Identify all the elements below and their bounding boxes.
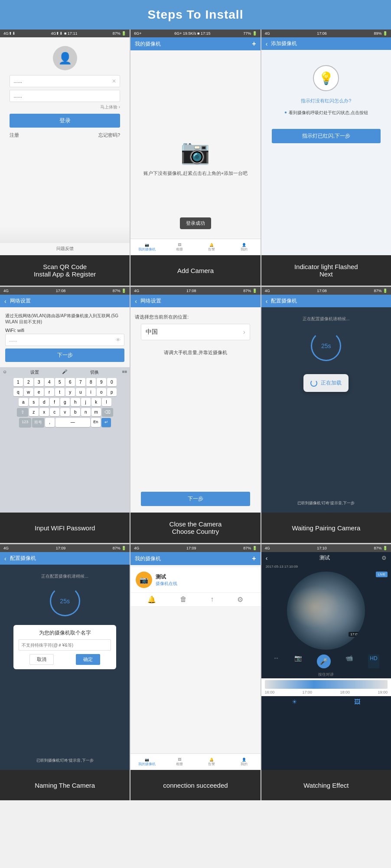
key-enter[interactable]: ↵ xyxy=(101,418,111,427)
key-y[interactable]: y xyxy=(65,388,75,396)
indicator-button[interactable]: 指示灯已红闪,下一步 xyxy=(272,129,381,143)
key-i[interactable]: i xyxy=(86,388,96,396)
nav-item-album-2[interactable]: 🖼 相册 xyxy=(163,754,196,770)
indicator-question[interactable]: 指示灯没有红闪怎么办? xyxy=(301,98,351,104)
back-icon-5[interactable]: ‹ xyxy=(4,555,7,562)
nav-item-album[interactable]: 🖼 相册 xyxy=(163,239,196,255)
key-8[interactable]: 8 xyxy=(86,378,96,386)
forgot-link[interactable]: 忘记密码? xyxy=(98,132,120,138)
settings-key[interactable]: 设置 xyxy=(30,369,39,375)
key-2[interactable]: 2 xyxy=(24,378,33,386)
key-6[interactable]: 6 xyxy=(65,378,75,386)
wifi-password-input[interactable]: ...... 👁 xyxy=(5,334,124,346)
cam-action-share[interactable]: ↑ xyxy=(210,595,214,604)
mic-button[interactable]: 🎤 xyxy=(317,654,331,668)
hd-icon[interactable]: HD xyxy=(368,654,379,668)
key-v[interactable]: v xyxy=(60,408,70,416)
key-o[interactable]: o xyxy=(97,388,106,396)
nav-item-alarm[interactable]: 🔔 告警 xyxy=(196,239,228,255)
bottom-status-2[interactable]: 已听到摄像机'叮咚'提示音,下一步 xyxy=(36,758,94,763)
key-symbol[interactable]: 符号 xyxy=(32,418,44,427)
try-link[interactable]: 马上体验 › xyxy=(10,104,120,110)
key-u[interactable]: u xyxy=(76,388,85,396)
key-1[interactable]: 1 xyxy=(13,378,23,386)
back-icon[interactable]: ‹ xyxy=(266,40,268,47)
register-link[interactable]: 注册 xyxy=(10,132,19,138)
back-icon-3[interactable]: ‹ xyxy=(135,298,137,305)
next-btn-2[interactable]: 下一步 xyxy=(141,492,250,506)
key-e[interactable]: e xyxy=(34,388,44,396)
more-key[interactable]: ≡≡ xyxy=(122,369,127,375)
key-d[interactable]: d xyxy=(39,398,49,406)
key-b[interactable]: b xyxy=(71,408,80,416)
back-icon-2[interactable]: ‹ xyxy=(4,298,7,305)
feedback-text[interactable]: 问题反馈 xyxy=(56,246,74,252)
picture-icon[interactable]: 🖼 xyxy=(354,698,360,705)
snapshot-icon[interactable]: 📷 xyxy=(294,654,302,668)
key-s[interactable]: s xyxy=(29,398,39,406)
gear-icon[interactable]: ⚙ xyxy=(381,555,387,561)
nav-item-camera-2[interactable]: 📷 我的摄像机 xyxy=(130,754,163,770)
key-j[interactable]: j xyxy=(81,398,91,406)
add-camera-button[interactable]: + xyxy=(252,40,256,48)
key-l[interactable]: l xyxy=(102,398,111,406)
bottom-status-1[interactable]: 已听到摄像机'叮咚'提示音,下一步 xyxy=(297,500,355,506)
nav-item-camera[interactable]: 📷 我的摄像机 xyxy=(130,239,163,255)
camera-list-item[interactable]: 📷 测试 摄像机在线 xyxy=(130,567,260,593)
key-c[interactable]: c xyxy=(50,408,59,416)
cam-action-more[interactable]: ⚙ xyxy=(237,595,243,604)
back-icon-4[interactable]: ‹ xyxy=(266,298,268,305)
next-btn-1[interactable]: 下一步 xyxy=(5,349,124,362)
login-button[interactable]: 登录 xyxy=(10,114,120,128)
settings-bottom-icon[interactable]: ☀ xyxy=(292,698,297,705)
username-input[interactable]: ...... ✕ xyxy=(10,75,120,87)
key-z[interactable]: z xyxy=(29,408,39,416)
mic-key[interactable]: 🎤 xyxy=(62,369,67,375)
key-shift[interactable]: ⇧ xyxy=(17,408,28,416)
pan-icon[interactable]: ↔ xyxy=(273,654,279,668)
key-123[interactable]: 123 xyxy=(19,418,31,427)
key-x[interactable]: x xyxy=(39,408,49,416)
country-selector[interactable]: 中国 › xyxy=(141,324,250,340)
cam-action-bell[interactable]: 🔔 xyxy=(147,595,156,604)
key-5[interactable]: 5 xyxy=(55,378,65,386)
record-icon[interactable]: 📹 xyxy=(345,654,353,668)
key-r[interactable]: r xyxy=(45,388,54,396)
key-w[interactable]: w xyxy=(24,388,33,396)
back-icon-6[interactable]: ‹ xyxy=(266,555,268,562)
key-9[interactable]: 9 xyxy=(97,378,106,386)
key-comma[interactable]: , xyxy=(45,418,55,427)
key-h[interactable]: h xyxy=(71,398,80,406)
top-right-btn[interactable]: LIVE xyxy=(376,572,388,577)
key-7[interactable]: 7 xyxy=(76,378,85,386)
key-en[interactable]: En xyxy=(91,418,101,427)
key-space[interactable]: — xyxy=(55,418,90,427)
cam-actions-row: 🔔 🗑 ↑ ⚙ xyxy=(130,593,260,607)
key-3[interactable]: 3 xyxy=(34,378,44,386)
nav-item-alarm-2[interactable]: 🔔 告警 xyxy=(196,754,228,770)
key-k[interactable]: k xyxy=(91,398,101,406)
key-q[interactable]: q xyxy=(13,388,23,396)
nav-item-mine-2[interactable]: 👤 我的 xyxy=(228,754,261,770)
key-f[interactable]: f xyxy=(50,398,59,406)
emoji-key[interactable]: ☺ xyxy=(3,369,7,375)
cam-action-trash[interactable]: 🗑 xyxy=(180,595,187,604)
confirm-button[interactable]: 确定 xyxy=(76,654,100,665)
key-backspace[interactable]: ⌫ xyxy=(102,408,113,416)
indicator-header: ‹ 添加摄像机 xyxy=(261,37,391,50)
key-n[interactable]: n xyxy=(81,408,91,416)
key-m[interactable]: m xyxy=(91,408,101,416)
add-camera-btn-2[interactable]: + xyxy=(252,555,256,562)
switch-key[interactable]: 切换 xyxy=(90,369,99,375)
password-input[interactable]: ...... xyxy=(10,90,120,102)
key-t[interactable]: t xyxy=(55,388,65,396)
key-p[interactable]: p xyxy=(107,388,117,396)
nav-item-mine[interactable]: 👤 我的 xyxy=(228,239,261,255)
cancel-button[interactable]: 取消 xyxy=(29,654,54,665)
mic-label: 按住对讲 xyxy=(261,671,391,678)
naming-input-field[interactable] xyxy=(19,639,111,651)
key-0[interactable]: 0 xyxy=(107,378,117,386)
key-4[interactable]: 4 xyxy=(45,378,54,386)
key-a[interactable]: a xyxy=(19,398,28,406)
key-g[interactable]: g xyxy=(60,398,70,406)
